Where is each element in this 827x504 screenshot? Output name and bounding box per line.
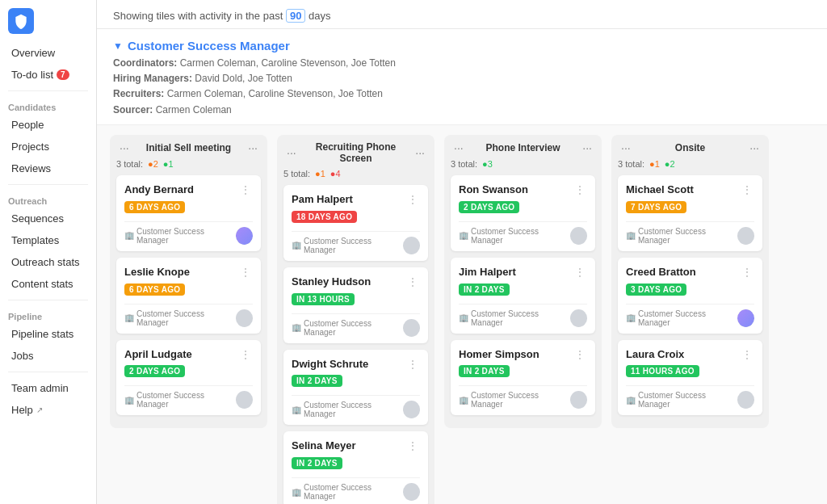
avatar bbox=[570, 391, 587, 409]
col-more-left-initial-sell[interactable]: ··· bbox=[116, 141, 132, 154]
briefcase-icon: 🏢 bbox=[626, 313, 636, 322]
kanban-card[interactable]: Selina Meyer ⋮ IN 2 DAYS 🏢 Customer Succ… bbox=[283, 431, 428, 504]
col-more-right-initial-sell[interactable]: ··· bbox=[245, 141, 261, 154]
col-stats-recruiting-phone: 5 total: ●1 ●4 bbox=[283, 169, 428, 178]
job-header: ▼ Customer Success Manager Coordinators:… bbox=[97, 29, 827, 125]
card-menu-icon[interactable]: ⋮ bbox=[573, 266, 587, 279]
card-time-badge: 7 DAYS AGO bbox=[626, 201, 686, 213]
card-menu-icon[interactable]: ⋮ bbox=[405, 275, 420, 288]
sidebar-item-jobs[interactable]: Jobs bbox=[3, 346, 93, 366]
card-job-label: Customer Success Manager bbox=[304, 483, 403, 501]
days-suffix: days bbox=[309, 10, 330, 22]
briefcase-icon: 🏢 bbox=[459, 231, 468, 240]
sidebar-item-projects[interactable]: Projects bbox=[3, 136, 93, 157]
col-stats-phone-interview: 3 total: ●3 bbox=[451, 159, 595, 169]
card-menu-icon[interactable]: ⋮ bbox=[238, 348, 253, 361]
briefcase-icon: 🏢 bbox=[459, 313, 468, 322]
briefcase-icon: 🏢 bbox=[124, 231, 134, 240]
pipeline-section-label: Pipeline bbox=[0, 305, 96, 323]
card-menu-icon[interactable]: ⋮ bbox=[573, 183, 587, 196]
card-menu-icon[interactable]: ⋮ bbox=[405, 358, 420, 371]
avatar bbox=[236, 309, 253, 327]
col-more-left-recruiting-phone[interactable]: ··· bbox=[283, 146, 300, 159]
sidebar-item-overview[interactable]: Overview bbox=[3, 43, 93, 63]
card-name: Ron Swanson bbox=[459, 183, 528, 197]
card-time-badge: 2 DAYS AGO bbox=[124, 365, 185, 377]
col-more-right-recruiting-phone[interactable]: ··· bbox=[412, 146, 428, 159]
outreach-section-label: Outreach bbox=[0, 190, 96, 208]
col-header-initial-sell: ···Initial Sell meeting··· bbox=[116, 141, 261, 154]
sidebar-item-sequences[interactable]: Sequences bbox=[3, 208, 93, 229]
kanban-card[interactable]: Andy Bernard ⋮ 6 DAYS AGO 🏢 Customer Suc… bbox=[116, 175, 261, 251]
showing-text: Showing tiles with activity in the past bbox=[113, 10, 283, 22]
card-name: Jim Halpert bbox=[459, 266, 516, 279]
kanban-col-recruiting-phone: ···Recruiting Phone Screen···5 total: ●1… bbox=[277, 135, 434, 504]
card-menu-icon[interactable]: ⋮ bbox=[740, 183, 754, 196]
avatar bbox=[236, 391, 253, 409]
kanban-card[interactable]: Laura Croix ⋮ 11 HOURS AGO 🏢 Customer Su… bbox=[618, 340, 762, 416]
card-time-badge: IN 2 DAYS bbox=[292, 375, 342, 387]
kanban-card[interactable]: Homer Simpson ⋮ IN 2 DAYS 🏢 Customer Suc… bbox=[451, 340, 595, 416]
avatar bbox=[737, 309, 754, 327]
col-title-recruiting-phone: Recruiting Phone Screen bbox=[300, 141, 413, 164]
kanban-wrapper: ···Initial Sell meeting···3 total: ●2 ●1… bbox=[97, 125, 827, 504]
card-time-badge: IN 2 DAYS bbox=[459, 284, 510, 296]
briefcase-icon: 🏢 bbox=[124, 313, 134, 322]
card-job-label: Customer Success Manager bbox=[638, 227, 737, 245]
kanban-card[interactable]: Dwight Schrute ⋮ IN 2 DAYS 🏢 Customer Su… bbox=[283, 350, 428, 426]
sidebar-item-templates[interactable]: Templates bbox=[3, 230, 93, 250]
card-job-label: Customer Success Manager bbox=[638, 391, 737, 409]
collapse-icon[interactable]: ▼ bbox=[113, 40, 123, 52]
kanban-card[interactable]: Jim Halpert ⋮ IN 2 DAYS 🏢 Customer Succe… bbox=[451, 258, 595, 334]
col-more-left-onsite[interactable]: ··· bbox=[618, 141, 634, 154]
kanban-card[interactable]: Creed Bratton ⋮ 3 DAYS AGO 🏢 Customer Su… bbox=[618, 258, 762, 334]
sidebar-item-people[interactable]: People bbox=[3, 115, 93, 135]
col-more-right-onsite[interactable]: ··· bbox=[746, 141, 762, 154]
kanban-card[interactable]: Stanley Hudson ⋮ IN 13 HOURS 🏢 Customer … bbox=[283, 267, 428, 343]
card-menu-icon[interactable]: ⋮ bbox=[238, 183, 253, 196]
card-job-label: Customer Success Manager bbox=[304, 319, 403, 337]
card-job-label: Customer Success Manager bbox=[471, 309, 570, 327]
kanban-card[interactable]: Pam Halpert ⋮ 18 DAYS AGO 🏢 Customer Suc… bbox=[283, 185, 428, 261]
kanban-col-initial-sell: ···Initial Sell meeting···3 total: ●2 ●1… bbox=[110, 135, 267, 429]
kanban-card[interactable]: Ron Swanson ⋮ 2 DAYS AGO 🏢 Customer Succ… bbox=[451, 175, 595, 251]
card-menu-icon[interactable]: ⋮ bbox=[405, 193, 420, 206]
card-job-label: Customer Success Manager bbox=[136, 309, 236, 327]
col-header-recruiting-phone: ···Recruiting Phone Screen··· bbox=[283, 141, 428, 164]
card-name: Andy Bernard bbox=[124, 183, 194, 197]
sidebar-item-help[interactable]: Help ↗ bbox=[3, 400, 93, 420]
card-name: Michael Scott bbox=[626, 183, 694, 197]
sidebar-item-team-admin[interactable]: Team admin bbox=[3, 378, 93, 398]
job-title[interactable]: Customer Success Manager bbox=[128, 39, 290, 52]
kanban-card[interactable]: Michael Scott ⋮ 7 DAYS AGO 🏢 Customer Su… bbox=[618, 175, 762, 251]
sidebar-item-pipeline-stats[interactable]: Pipeline stats bbox=[3, 324, 93, 344]
card-job-label: Customer Success Manager bbox=[136, 391, 236, 409]
col-more-right-phone-interview[interactable]: ··· bbox=[579, 141, 595, 154]
candidates-section-label: Candidates bbox=[0, 96, 96, 114]
kanban-col-phone-interview: ···Phone Interview···3 total: ●3 Ron Swa… bbox=[444, 135, 602, 429]
days-number[interactable]: 90 bbox=[286, 9, 305, 23]
card-menu-icon[interactable]: ⋮ bbox=[238, 266, 253, 279]
card-menu-icon[interactable]: ⋮ bbox=[740, 266, 754, 279]
sidebar-item-content-stats[interactable]: Content stats bbox=[3, 274, 93, 294]
col-more-left-phone-interview[interactable]: ··· bbox=[451, 141, 467, 154]
kanban-card[interactable]: Leslie Knope ⋮ 6 DAYS AGO 🏢 Customer Suc… bbox=[116, 258, 261, 334]
sidebar-item-outreach-stats[interactable]: Outreach stats bbox=[3, 252, 93, 272]
briefcase-icon: 🏢 bbox=[292, 488, 301, 497]
sidebar-item-todo[interactable]: To-do list 7 bbox=[3, 65, 93, 85]
card-name: Laura Croix bbox=[626, 348, 684, 362]
card-menu-icon[interactable]: ⋮ bbox=[405, 439, 420, 452]
main-content: Showing tiles with activity in the past … bbox=[97, 0, 827, 504]
card-menu-icon[interactable]: ⋮ bbox=[573, 348, 587, 361]
card-job-label: Customer Success Manager bbox=[136, 227, 236, 245]
kanban-card[interactable]: April Ludgate ⋮ 2 DAYS AGO 🏢 Customer Su… bbox=[116, 340, 261, 416]
card-job-label: Customer Success Manager bbox=[471, 391, 570, 409]
sidebar-item-reviews[interactable]: Reviews bbox=[3, 158, 93, 178]
coordinators-row: Coordinators: Carmen Coleman, Caroline S… bbox=[113, 56, 811, 71]
app-logo[interactable] bbox=[8, 8, 34, 34]
card-time-badge: 2 DAYS AGO bbox=[459, 201, 519, 213]
card-time-badge: 6 DAYS AGO bbox=[124, 284, 185, 296]
card-menu-icon[interactable]: ⋮ bbox=[740, 348, 754, 361]
briefcase-icon: 🏢 bbox=[292, 405, 301, 414]
briefcase-icon: 🏢 bbox=[626, 396, 636, 405]
